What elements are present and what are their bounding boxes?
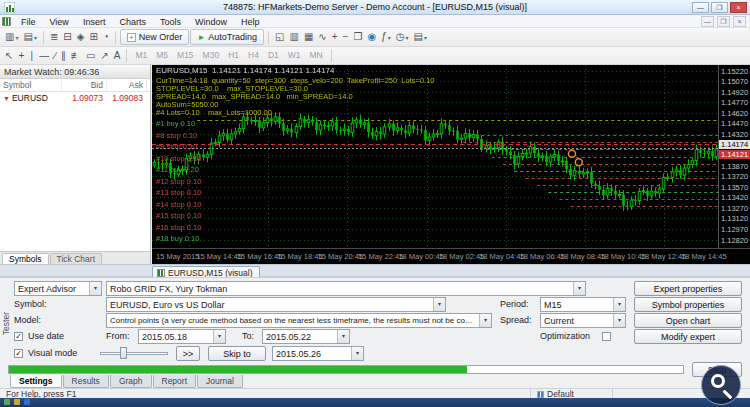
indicators-icon[interactable]: ƒ▾ — [379, 29, 393, 45]
data-window-icon[interactable]: ⊟ — [61, 29, 73, 45]
expert-advisor-select[interactable]: Robo GRID FX, Yury Tokman ▾ — [106, 281, 586, 296]
chart-window-icon[interactable] — [2, 17, 11, 26]
timeframe-w1[interactable]: W1 — [284, 48, 305, 63]
child-restore-button[interactable]: ❐ — [717, 16, 730, 27]
symbol-properties-button[interactable]: Symbol properties — [634, 297, 742, 312]
market-watch-tab-tick-chart[interactable]: Tick Chart — [50, 253, 102, 264]
period-select[interactable]: M15 ▾ — [540, 297, 626, 312]
menu-file[interactable]: File — [14, 16, 43, 28]
modify-expert-button[interactable]: Modify expert — [634, 329, 742, 344]
channel-icon[interactable]: ∥ — [59, 48, 68, 64]
column-ask[interactable]: Ask — [107, 79, 147, 91]
spread-select[interactable]: Current ▾ — [540, 313, 626, 328]
chevron-down-icon: ▾ — [15, 34, 18, 41]
timeframe-m15[interactable]: M15 — [173, 48, 198, 63]
symbol-select[interactable]: EURUSD, Euro vs US Dollar ▾ — [106, 297, 446, 312]
chevron-down-icon[interactable]: ▾ — [213, 330, 225, 343]
use-date-checkbox[interactable]: ✓ — [14, 332, 23, 341]
visual-mode-checkbox[interactable]: ✓ — [14, 349, 23, 358]
fullscreen-icon[interactable]: ◱ — [273, 29, 286, 45]
tester-tab-report[interactable]: Report — [153, 375, 197, 388]
chevron-down-icon[interactable]: ▾ — [337, 330, 349, 343]
tile-windows-icon[interactable]: ❐ — [351, 29, 364, 45]
chevron-down-icon[interactable]: ▾ — [89, 282, 101, 295]
autotrading-button[interactable]: ►AutoTrading — [190, 29, 264, 45]
tester-tab-results[interactable]: Results — [63, 375, 109, 388]
column-symbol[interactable]: Symbol — [0, 79, 62, 91]
text-icon[interactable]: A — [112, 48, 123, 64]
timeframe-mn[interactable]: MN — [306, 48, 327, 63]
templates-icon[interactable]: ▤▾ — [411, 29, 428, 45]
chevron-down-icon[interactable]: ▾ — [433, 298, 445, 311]
menu-window[interactable]: Window — [188, 16, 234, 28]
screen-magnifier-overlay[interactable] — [701, 365, 741, 405]
from-date-select[interactable]: 2015.05.18 ▾ — [138, 329, 226, 344]
timeframe-h1[interactable]: H1 — [224, 48, 243, 63]
crosshair-icon[interactable]: + — [16, 48, 26, 64]
arrows-icon[interactable]: ↗ — [98, 48, 110, 64]
chevron-down-icon[interactable]: ▾ — [613, 298, 625, 311]
trendline-icon[interactable]: ∕ — [52, 48, 58, 64]
expert-properties-button[interactable]: Expert properties — [634, 281, 742, 296]
price-scale[interactable]: 1.152201.150701.149201.147701.146201.144… — [718, 65, 750, 248]
tester-type-select[interactable]: Expert Advisor ▾ — [14, 281, 102, 296]
to-date-select[interactable]: 2015.05.22 ▾ — [262, 329, 350, 344]
menu-tools[interactable]: Tools — [153, 16, 188, 28]
menu-view[interactable]: View — [43, 16, 76, 28]
horizontal-line-icon[interactable]: ― — [37, 48, 51, 64]
time-axis[interactable]: 15 May 201515 May 14:4515 May 16:4515 Ma… — [152, 248, 750, 264]
periods-icon[interactable]: ◷▾ — [394, 29, 411, 45]
column-bid[interactable]: Bid — [62, 79, 107, 91]
chevron-down-icon[interactable]: ▾ — [573, 282, 585, 295]
visual-speed-slider[interactable] — [100, 347, 168, 360]
minimize-button[interactable]: — — [692, 2, 709, 13]
child-minimize-button[interactable]: — — [701, 16, 714, 27]
fibonacci-icon[interactable]: ≢ — [69, 48, 83, 64]
timeframe-m1[interactable]: M1 — [131, 48, 151, 63]
model-select[interactable]: Control points (a very crude method base… — [106, 313, 492, 328]
metaquotes-icon[interactable]: ◉ — [365, 29, 378, 45]
shapes-icon[interactable]: ▭ — [84, 48, 97, 64]
menu-help[interactable]: Help — [234, 16, 267, 28]
open-chart-button[interactable]: Open chart — [634, 313, 742, 328]
market-watch-icon[interactable]: ≣ — [48, 29, 60, 45]
chart-line-icon[interactable]: ∿ — [316, 29, 328, 45]
maximize-button[interactable]: ❐ — [711, 2, 728, 13]
timeframe-m5[interactable]: M5 — [152, 48, 172, 63]
vertical-line-icon[interactable]: ∣ — [27, 48, 36, 64]
market-watch-tab-symbols[interactable]: Symbols — [2, 253, 49, 264]
symbol-row[interactable]: ▼EURUSD1.090731.09083 — [0, 92, 150, 104]
tester-tab-graph[interactable]: Graph — [110, 375, 152, 388]
timeframe-d1[interactable]: D1 — [264, 48, 283, 63]
chevron-down-icon[interactable]: ▾ — [351, 347, 363, 360]
menu-charts[interactable]: Charts — [112, 16, 153, 28]
new-order-button[interactable]: +New Order — [120, 29, 190, 45]
menu-insert[interactable]: Insert — [76, 16, 113, 28]
terminal-icon[interactable]: ⊞ — [87, 29, 99, 45]
timeframe-h4[interactable]: H4 — [244, 48, 263, 63]
child-close-button[interactable]: × — [733, 16, 746, 27]
taskbar-icon-1[interactable] — [4, 399, 10, 405]
taskbar-icon-2[interactable] — [14, 399, 20, 405]
strategy-tester-icon[interactable]: ◔ — [101, 29, 111, 45]
taskbar-icon-3[interactable] — [24, 399, 30, 405]
timeframe-m30[interactable]: M30 — [199, 48, 224, 63]
fast-forward-button[interactable]: >> — [176, 346, 200, 361]
zoom-in-icon[interactable]: + — [330, 29, 340, 45]
navigator-icon[interactable]: ◈ — [75, 29, 87, 45]
tester-tab-journal[interactable]: Journal — [197, 375, 243, 388]
zoom-out-icon[interactable]: − — [341, 29, 351, 45]
chart-candles-icon[interactable]: ▦ — [302, 29, 315, 45]
tester-tab-settings[interactable]: Settings — [10, 375, 62, 388]
chevron-down-icon[interactable]: ▾ — [479, 314, 491, 327]
skip-date-select[interactable]: 2015.05.26 ▾ — [272, 346, 364, 361]
cursor-icon[interactable]: ↖ — [3, 48, 15, 64]
chevron-down-icon[interactable]: ▾ — [613, 314, 625, 327]
chart-bars-icon[interactable]: ▥ — [287, 29, 300, 45]
slider-thumb[interactable] — [120, 347, 127, 359]
optimization-checkbox[interactable] — [602, 332, 611, 341]
new-chart-icon[interactable]: ▥▾ — [3, 29, 20, 45]
close-button[interactable]: × — [730, 2, 747, 13]
profiles-icon[interactable]: ▤▾ — [21, 29, 38, 45]
skip-to-button[interactable]: Skip to — [208, 346, 266, 361]
